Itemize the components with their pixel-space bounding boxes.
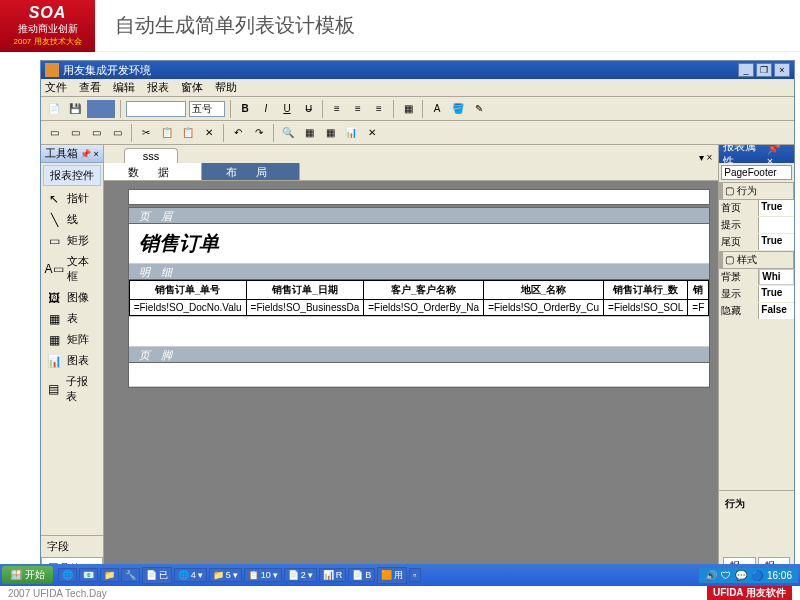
delete-icon[interactable]: ✕ bbox=[200, 124, 218, 142]
field-cell[interactable]: =Fields!SO_DocNo.Valu bbox=[129, 300, 246, 316]
bold-icon[interactable]: B bbox=[236, 100, 254, 118]
quicklaunch-icon[interactable]: 🌐 bbox=[58, 568, 77, 582]
clock[interactable]: 16:06 bbox=[767, 570, 792, 581]
quicklaunch-icon[interactable]: 📧 bbox=[79, 568, 98, 582]
tb2-icon[interactable]: 🔍 bbox=[279, 124, 297, 142]
doc-tab[interactable]: sss bbox=[124, 148, 179, 163]
open-icon[interactable] bbox=[87, 100, 115, 118]
pagefooter-body[interactable] bbox=[129, 363, 710, 387]
tool-pointer[interactable]: ↖指针 bbox=[41, 188, 103, 209]
field-cell[interactable]: =Fields!SO_SOL bbox=[604, 300, 688, 316]
menu-form[interactable]: 窗体 bbox=[181, 80, 203, 95]
start-button[interactable]: 🪟 开始 bbox=[2, 566, 53, 584]
table-header-row[interactable]: 销售订单_单号 销售订单_日期 客户_客户名称 地区_名称 销售订单行_数 销 bbox=[129, 281, 709, 300]
cut-icon[interactable]: ✂ bbox=[137, 124, 155, 142]
data-table[interactable]: 销售订单_单号 销售订单_日期 客户_客户名称 地区_名称 销售订单行_数 销 … bbox=[129, 280, 710, 316]
prop-row[interactable]: 显示True bbox=[719, 286, 794, 303]
fill-color-icon[interactable]: 🪣 bbox=[449, 100, 467, 118]
tool-rect[interactable]: ▭矩形 bbox=[41, 230, 103, 251]
task-item[interactable]: 📄B bbox=[348, 568, 375, 582]
col-header[interactable]: 销售订单行_数 bbox=[604, 281, 688, 300]
section-pagefooter[interactable]: 页 脚 bbox=[129, 347, 710, 363]
quicklaunch-icon[interactable]: 🔧 bbox=[121, 568, 140, 582]
field-cell[interactable]: =Fields!SO_BusinessDa bbox=[246, 300, 364, 316]
pin-icon[interactable]: 📌 × bbox=[80, 149, 99, 159]
copy-icon[interactable]: 📋 bbox=[158, 124, 176, 142]
save-icon[interactable]: 💾 bbox=[66, 100, 84, 118]
tb2-icon[interactable]: ▭ bbox=[45, 124, 63, 142]
close-button[interactable]: × bbox=[774, 63, 790, 77]
prop-row[interactable]: 提示 bbox=[719, 217, 794, 234]
menu-file[interactable]: 文件 bbox=[45, 80, 67, 95]
toolbox-header[interactable]: 工具箱 📌 × bbox=[41, 145, 103, 163]
pin-icon[interactable]: 📌 × bbox=[767, 145, 790, 167]
size-combo[interactable]: 五号 bbox=[189, 101, 225, 117]
tb2-icon[interactable]: 📊 bbox=[342, 124, 360, 142]
system-tray[interactable]: 🔊 🛡 💬 🔵 16:06 bbox=[699, 568, 798, 583]
font-color-icon[interactable]: A bbox=[428, 100, 446, 118]
align-left-icon[interactable]: ≡ bbox=[328, 100, 346, 118]
taskbar[interactable]: 🪟 开始 🌐 📧 📁 🔧 📄已 🌐4▾ 📁5▾ 📋10▾ 📄2▾ 📊R 📄B 🟧… bbox=[0, 564, 800, 586]
tool-chart[interactable]: 📊图表 bbox=[41, 350, 103, 371]
task-item[interactable]: 📄已 bbox=[142, 567, 172, 584]
spacer[interactable] bbox=[129, 317, 710, 347]
prop-row[interactable]: 首页True bbox=[719, 200, 794, 217]
italic-icon[interactable]: I bbox=[257, 100, 275, 118]
prop-category[interactable]: ▢ 行为 bbox=[719, 182, 794, 200]
field-cell[interactable]: =F bbox=[688, 300, 709, 316]
task-item[interactable]: 📋10▾ bbox=[244, 568, 282, 582]
tray-icon[interactable]: 💬 bbox=[735, 570, 747, 581]
line-color-icon[interactable]: ✎ bbox=[470, 100, 488, 118]
subtab-layout[interactable]: 布 局 bbox=[202, 163, 300, 180]
tab-fields[interactable]: 字段 bbox=[41, 535, 103, 557]
tool-matrix[interactable]: ▦矩阵 bbox=[41, 329, 103, 350]
col-header[interactable]: 销 bbox=[688, 281, 709, 300]
maximize-button[interactable]: ❐ bbox=[756, 63, 772, 77]
undo-icon[interactable]: ↶ bbox=[229, 124, 247, 142]
prop-category[interactable]: ▢ 样式 bbox=[719, 251, 794, 269]
tray-icon[interactable]: 🛡 bbox=[721, 570, 731, 581]
new-icon[interactable]: 📄 bbox=[45, 100, 63, 118]
section-pageheader[interactable]: 页 眉 bbox=[129, 208, 710, 224]
task-item[interactable]: 🌐4▾ bbox=[174, 568, 207, 582]
task-item[interactable]: 🟧用 bbox=[377, 567, 407, 584]
detail-body[interactable]: 销售订单_单号 销售订单_日期 客户_客户名称 地区_名称 销售订单行_数 销 … bbox=[129, 280, 710, 317]
table-data-row[interactable]: =Fields!SO_DocNo.Valu =Fields!SO_Busines… bbox=[129, 300, 709, 316]
task-item[interactable]: ▫ bbox=[409, 568, 420, 582]
menu-help[interactable]: 帮助 bbox=[215, 80, 237, 95]
element-selector[interactable]: PageFooter bbox=[721, 165, 792, 180]
strike-icon[interactable]: U̶ bbox=[299, 100, 317, 118]
tray-icon[interactable]: 🔊 bbox=[705, 570, 717, 581]
prop-row[interactable]: 尾页True bbox=[719, 234, 794, 251]
titlebar[interactable]: 用友集成开发环境 _ ❐ × bbox=[41, 61, 794, 79]
tool-category[interactable]: 报表控件 bbox=[43, 165, 101, 186]
field-cell[interactable]: =Fields!SO_OrderBy_Na bbox=[364, 300, 484, 316]
quicklaunch-icon[interactable]: 📁 bbox=[100, 568, 119, 582]
redo-icon[interactable]: ↷ bbox=[250, 124, 268, 142]
report-title[interactable]: 销售订单 bbox=[139, 230, 700, 257]
report-canvas[interactable]: 页 眉 销售订单 明 细 销售订单_单号 销售订单_日期 客户_客户名称 地区_… bbox=[128, 207, 711, 388]
col-header[interactable]: 销售订单_日期 bbox=[246, 281, 364, 300]
tb2-icon[interactable]: ▭ bbox=[108, 124, 126, 142]
align-right-icon[interactable]: ≡ bbox=[370, 100, 388, 118]
prop-row[interactable]: 背景Whi bbox=[719, 269, 794, 286]
doc-close-icon[interactable]: ▾ × bbox=[693, 152, 719, 163]
align-center-icon[interactable]: ≡ bbox=[349, 100, 367, 118]
col-header[interactable]: 地区_名称 bbox=[484, 281, 604, 300]
tool-image[interactable]: 🖼图像 bbox=[41, 287, 103, 308]
tb2-icon[interactable]: ▦ bbox=[300, 124, 318, 142]
tray-icon[interactable]: 🔵 bbox=[751, 570, 763, 581]
border-icon[interactable]: ▦ bbox=[399, 100, 417, 118]
tb2-icon[interactable]: ▦ bbox=[321, 124, 339, 142]
pageheader-body[interactable]: 销售订单 bbox=[129, 224, 710, 264]
menu-view[interactable]: 查看 bbox=[79, 80, 101, 95]
tool-subreport[interactable]: ▤子报表 bbox=[41, 371, 103, 407]
task-item[interactable]: 📊R bbox=[319, 568, 347, 582]
task-item[interactable]: 📁5▾ bbox=[209, 568, 242, 582]
tool-table[interactable]: ▦表 bbox=[41, 308, 103, 329]
tool-line[interactable]: ╲线 bbox=[41, 209, 103, 230]
subtab-data[interactable]: 数 据 bbox=[104, 163, 202, 180]
props-header[interactable]: 报表属性 📌 × bbox=[719, 145, 794, 163]
tool-textbox[interactable]: A▭文本框 bbox=[41, 251, 103, 287]
tb2-icon[interactable]: ▭ bbox=[66, 124, 84, 142]
